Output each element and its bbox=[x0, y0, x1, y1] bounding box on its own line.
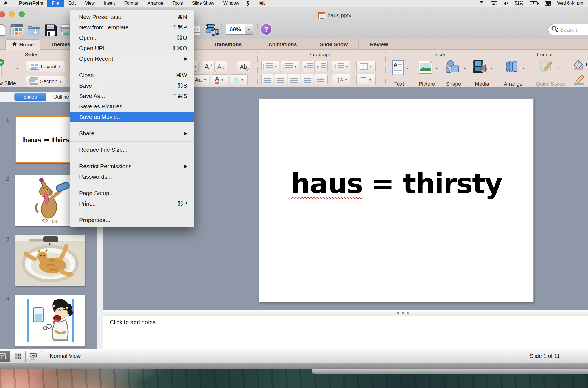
insert-picture-dropdown[interactable]: ▼ bbox=[435, 67, 438, 70]
menu-window[interactable]: Window bbox=[219, 0, 244, 7]
menu-item-save-as-movie[interactable]: Save as Movie... bbox=[70, 112, 194, 122]
help-button[interactable]: ? bbox=[260, 23, 272, 35]
menu-item-passwords[interactable]: Passwords... bbox=[70, 171, 194, 182]
align-left-button[interactable] bbox=[261, 74, 274, 85]
insert-media-icon[interactable] bbox=[473, 60, 487, 74]
line-spacing-button[interactable]: ▲▼▼ bbox=[332, 61, 350, 72]
search-input[interactable]: Search bbox=[548, 24, 588, 35]
zoom-window-button[interactable] bbox=[19, 11, 25, 17]
menu-item-save[interactable]: Save⌘S bbox=[70, 80, 194, 91]
insert-text-dropdown[interactable]: ▼ bbox=[406, 67, 409, 70]
insert-picture-icon[interactable] bbox=[418, 60, 433, 74]
slide-thumbnail-3[interactable] bbox=[15, 235, 85, 286]
menu-item-open-recent[interactable]: Open Recent▶ bbox=[70, 54, 194, 64]
script-icon[interactable] bbox=[244, 0, 252, 7]
menu-view[interactable]: View bbox=[80, 0, 99, 7]
tab-slide-show[interactable]: Slide Show bbox=[309, 39, 359, 50]
menu-help[interactable]: Help bbox=[252, 0, 270, 7]
section-button[interactable]: Section▼ bbox=[26, 76, 65, 87]
insert-shape-label[interactable]: Shape bbox=[443, 81, 464, 87]
text-direction-button[interactable]: A▼ bbox=[332, 74, 350, 85]
font-color-button[interactable]: A▼ bbox=[211, 74, 228, 85]
new-slide-button[interactable]: New Slide bbox=[0, 80, 23, 86]
insert-media-dropdown[interactable]: ▼ bbox=[490, 67, 493, 70]
menu-item-properties[interactable]: Properties... bbox=[70, 215, 194, 225]
align-text-button[interactable]: ▼ bbox=[356, 74, 376, 85]
decrease-font-size-button[interactable]: A▼ bbox=[215, 61, 227, 72]
battery-icon[interactable] bbox=[530, 1, 539, 5]
tab-review[interactable]: Review bbox=[360, 39, 398, 50]
notes-splitter[interactable] bbox=[103, 310, 588, 316]
tab-transitions[interactable]: Transitions bbox=[205, 39, 250, 50]
tab-slides[interactable]: Slides bbox=[15, 93, 46, 101]
apple-icon[interactable] bbox=[0, 1, 11, 6]
menu-item-new-from-template[interactable]: New from Template...⇧⌘P bbox=[70, 22, 194, 33]
menu-bar-clock[interactable]: Wed 6:44 pm bbox=[557, 1, 583, 6]
tab-home[interactable]: Home bbox=[5, 39, 40, 50]
display-icon[interactable] bbox=[491, 1, 497, 6]
menu-file[interactable]: File bbox=[47, 0, 64, 7]
menu-item-save-as-pictures[interactable]: Save as Pictures... bbox=[70, 101, 194, 112]
volume-icon[interactable] bbox=[503, 1, 509, 6]
menu-format[interactable]: Format bbox=[120, 0, 143, 7]
increase-font-size-button[interactable]: A▲ bbox=[203, 61, 215, 72]
numbering-button[interactable]: 1 2 3▼ bbox=[281, 61, 299, 72]
search-icon[interactable] bbox=[551, 26, 558, 34]
menu-item-page-setup[interactable]: Page Setup... bbox=[70, 188, 194, 198]
align-right-button[interactable] bbox=[288, 74, 300, 85]
menu-item-close[interactable]: Close⌘W bbox=[70, 70, 194, 80]
character-spacing-button[interactable]: ↔ bbox=[314, 74, 328, 85]
insert-text-label[interactable]: Text bbox=[388, 81, 410, 87]
normal-view-button[interactable] bbox=[0, 351, 10, 362]
slide-thumbnail-4[interactable] bbox=[15, 295, 85, 347]
menu-edit[interactable]: Edit bbox=[64, 0, 81, 7]
media-browser-button[interactable] bbox=[205, 23, 219, 37]
slide-canvas[interactable]: haus = thirsty bbox=[259, 98, 534, 302]
zoom-select[interactable]: 69% ▼ bbox=[226, 24, 253, 35]
menu-item-open-url[interactable]: Open URL...⇧⌘O bbox=[70, 43, 194, 54]
quick-styles-dropdown[interactable]: ▼ bbox=[557, 67, 560, 70]
open-button[interactable] bbox=[27, 23, 41, 37]
line-button[interactable]: L... bbox=[574, 74, 588, 85]
clear-formatting-button[interactable]: Ab bbox=[237, 61, 250, 72]
menu-item-open[interactable]: Open...⌘O bbox=[70, 33, 194, 43]
background-window-fragment[interactable] bbox=[312, 369, 588, 374]
menu-item-reduce-file-size[interactable]: Reduce File Size... bbox=[70, 145, 194, 155]
decrease-indent-button[interactable]: ◀ bbox=[302, 61, 315, 72]
menu-item-save-as[interactable]: Save As...⇧⌘S bbox=[70, 91, 194, 101]
insert-picture-label[interactable]: Picture bbox=[415, 81, 439, 87]
new-document-button[interactable] bbox=[0, 23, 5, 37]
slide-title-text[interactable]: haus = thirsty bbox=[259, 168, 533, 200]
arrange-dropdown[interactable]: ▼ bbox=[522, 67, 525, 70]
menu-item-new-presentation[interactable]: New Presentation⌘N bbox=[70, 12, 194, 22]
quick-styles-label[interactable]: Quick Styles bbox=[533, 81, 568, 87]
align-center-button[interactable] bbox=[275, 74, 287, 85]
notes-placeholder[interactable]: Click to add notes bbox=[110, 319, 156, 325]
quick-styles-icon[interactable] bbox=[539, 60, 553, 74]
wifi-icon[interactable] bbox=[478, 1, 485, 5]
columns-button[interactable]: ▼ bbox=[356, 61, 376, 72]
bullets-button[interactable]: ● ● ●▼ bbox=[261, 61, 279, 72]
save-button-toolbar[interactable] bbox=[44, 23, 57, 37]
menu-slide-show[interactable]: Slide Show bbox=[187, 0, 219, 7]
tab-animations[interactable]: Animations bbox=[258, 39, 307, 50]
insert-shape-icon[interactable] bbox=[445, 60, 460, 74]
new-from-template-button[interactable] bbox=[10, 23, 23, 37]
menu-arrange[interactable]: Arrange bbox=[143, 0, 168, 7]
slide-show-view-button[interactable] bbox=[26, 351, 41, 362]
zoom-dropdown-arrow[interactable]: ▼ bbox=[245, 24, 253, 34]
menu-item-print[interactable]: Print...⌘P bbox=[70, 198, 194, 209]
fill-button[interactable]: F... bbox=[573, 59, 588, 70]
arrange-label[interactable]: Arrange bbox=[501, 81, 525, 87]
menu-tools[interactable]: Tools bbox=[168, 0, 187, 7]
menu-insert[interactable]: Insert bbox=[99, 0, 120, 7]
notes-pane[interactable]: Click to add notes bbox=[103, 316, 588, 349]
insert-text-icon[interactable]: A bbox=[391, 60, 405, 74]
increase-indent-button[interactable]: ▶ bbox=[315, 61, 328, 72]
close-button[interactable] bbox=[0, 11, 5, 17]
text-effects-button[interactable]: A▼ bbox=[230, 74, 248, 85]
layout-button[interactable]: Layout▼ bbox=[26, 61, 65, 72]
insert-media-label[interactable]: Media bbox=[471, 81, 493, 87]
menu-item-restrict-permissions[interactable]: Restrict Permissions▶ bbox=[70, 161, 194, 171]
insert-shape-dropdown[interactable]: ▼ bbox=[463, 67, 466, 70]
